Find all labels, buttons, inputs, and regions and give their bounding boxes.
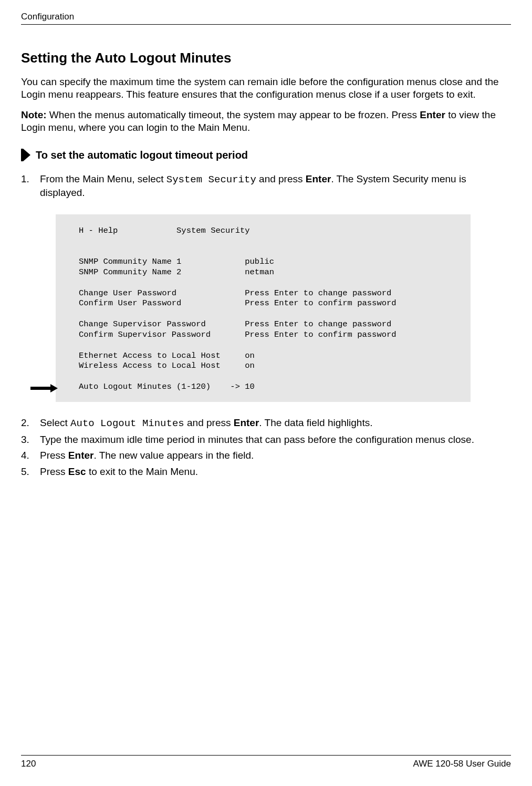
screen-line: Change Supervisor Password Press Enter t… [79,319,391,329]
step-number: 5. [21,466,30,479]
svg-marker-1 [23,149,30,161]
svg-rect-2 [30,387,50,390]
note-enter-key: Enter [420,109,445,120]
note-text-1: When the menus automatically timeout, th… [49,109,420,120]
intro-paragraph: You can specify the maximum time the sys… [21,76,511,101]
terminal-screenshot-wrap: H - Help System Security SNMP Community … [56,214,511,402]
step-number: 1. [21,173,30,199]
screen-line: Auto Logout Minutes (1-120) -> 10 [79,382,255,391]
page-number: 120 [21,759,36,769]
step-2-text-a: Select [40,417,70,428]
page-footer: 120 AWE 120-58 User Guide [21,755,511,769]
note-label: Note: [21,109,47,120]
section-title: Setting the Auto Logout Minutes [21,50,511,66]
svg-marker-3 [50,384,58,392]
screen-line: SNMP Community Name 2 netman [79,267,274,277]
step-text: Press Enter. The new value appears in th… [40,449,254,462]
step-number: 4. [21,449,30,462]
screen-line: SNMP Community Name 1 public [79,257,274,266]
step-4-text-b: . The new value appears in the field. [93,450,254,461]
page: Configuration Setting the Auto Logout Mi… [0,0,532,786]
step-number: 2. [21,417,30,430]
step-1-enter-key: Enter [306,173,331,184]
step-2-text-b: and press [184,417,234,428]
screen-line: Wireless Access to Local Host on [79,361,255,370]
step-1-text-b: and press [256,173,306,184]
screen-line: Ethernet Access to Local Host on [79,351,255,360]
step-number: 3. [21,433,30,447]
step-4-enter-key: Enter [68,450,94,461]
note-paragraph: Note: When the menus automatically timeo… [21,109,511,135]
step-1: 1. From the Main Menu, select System Sec… [21,173,511,199]
callout-arrow-icon [30,384,58,395]
steps-list-continued: 2. Select Auto Logout Minutes and press … [21,417,511,479]
screen-line: Confirm Supervisor Password Press Enter … [79,330,397,339]
step-2-enter-key: Enter [234,417,259,428]
step-5-text-b: to exit to the Main Menu. [86,466,198,477]
step-1-text-a: From the Main Menu, select [40,173,166,184]
step-text: Press Esc to exit to the Main Menu. [40,466,198,479]
screen-line: H - Help System Security [79,226,250,235]
running-head: Configuration [21,12,511,22]
step-5: 5. Press Esc to exit to the Main Menu. [21,466,511,479]
footer-row: 120 AWE 120-58 User Guide [21,759,511,769]
header-rule [21,24,511,25]
procedure-title: To set the automatic logout timeout peri… [36,149,248,161]
screen-line: Change User Password Press Enter to chan… [79,288,391,298]
step-text: Type the maximum idle time period in min… [40,433,474,447]
svg-rect-0 [21,149,23,161]
guide-title: AWE 120-58 User Guide [413,759,511,769]
footer-rule [21,755,511,756]
step-4-text-a: Press [40,450,68,461]
step-text: Select Auto Logout Minutes and press Ent… [40,417,373,430]
screen-line: Confirm User Password Press Enter to con… [79,298,397,308]
terminal-screenshot: H - Help System Security SNMP Community … [56,214,471,402]
step-4: 4. Press Enter. The new value appears in… [21,449,511,462]
step-5-text-a: Press [40,466,68,477]
procedure-heading-row: To set the automatic logout timeout peri… [21,149,511,161]
step-2-text-c: . The data field highlights. [259,417,372,428]
steps-list: 1. From the Main Menu, select System Sec… [21,173,511,199]
step-text: From the Main Menu, select System Securi… [40,173,511,199]
step-1-code: System Security [166,174,256,185]
step-2: 2. Select Auto Logout Minutes and press … [21,417,511,430]
step-5-esc-key: Esc [68,466,86,477]
step-2-code: Auto Logout Minutes [70,418,184,429]
tab-arrow-icon [21,149,30,161]
step-3: 3. Type the maximum idle time period in … [21,433,511,447]
